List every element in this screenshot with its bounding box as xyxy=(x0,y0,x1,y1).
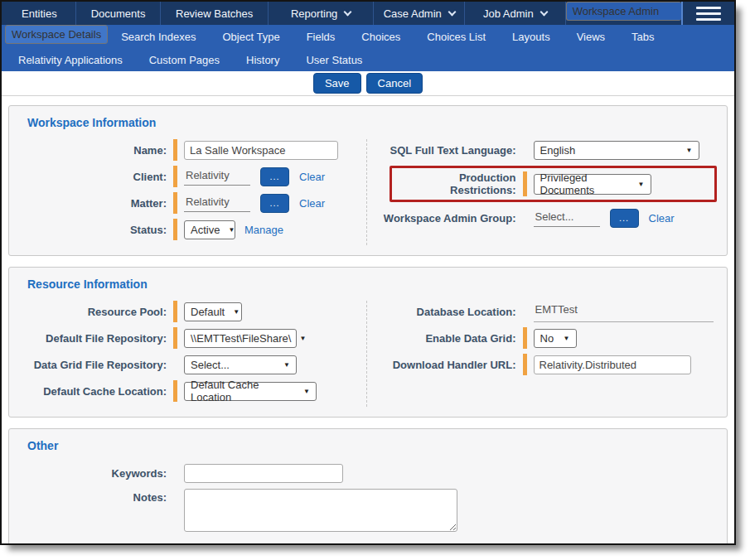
notes-field-row: Notes: xyxy=(19,489,717,532)
client-picker-button[interactable]: ... xyxy=(260,167,289,186)
spacer xyxy=(173,354,177,375)
tab-label: Reporting xyxy=(291,7,337,20)
save-button[interactable]: Save xyxy=(313,73,361,94)
subtab-layouts[interactable]: Layouts xyxy=(499,25,564,48)
hamburger-menu-icon[interactable] xyxy=(696,7,721,21)
form-content: Workspace Information Name: Client: Rela… xyxy=(2,96,734,545)
client-label: Client: xyxy=(19,171,170,183)
sql-language-value: English xyxy=(540,144,576,157)
subtab-workspace-details[interactable]: Workspace Details xyxy=(5,25,108,44)
tab-job-admin[interactable]: Job Admin xyxy=(465,2,566,25)
required-marker xyxy=(173,192,177,214)
subtab-tabs[interactable]: Tabs xyxy=(618,25,667,48)
resource-information-section: Resource Information Resource Pool: Defa… xyxy=(8,267,728,418)
required-marker xyxy=(173,219,177,240)
dropdown-arrow-icon: ▼ xyxy=(228,226,235,234)
workspace-admin-group-label: Workspace Admin Group: xyxy=(377,212,520,224)
tab-reporting[interactable]: Reporting xyxy=(269,2,375,25)
notes-textarea[interactable] xyxy=(184,489,457,532)
name-input[interactable] xyxy=(184,141,338,160)
menu-button-zone[interactable] xyxy=(681,2,734,25)
subtab-choices[interactable]: Choices xyxy=(348,25,414,48)
matter-label: Matter: xyxy=(19,197,170,210)
tab-workspace-admin[interactable]: Workspace Admin xyxy=(566,2,682,21)
workspace-admin-group-field-row: Workspace Admin Group: Select... ... Cle… xyxy=(377,207,718,229)
status-manage-link[interactable]: Manage xyxy=(244,224,283,236)
tab-label: Case Admin xyxy=(384,7,442,20)
production-restrictions-highlight: Production Restrictions: Privileged Docu… xyxy=(390,166,718,202)
default-cache-location-value: Default Cache Location xyxy=(191,379,295,403)
dropdown-arrow-icon: ▼ xyxy=(564,335,570,342)
resource-pool-value: Default xyxy=(191,306,225,318)
enable-data-grid-label: Enable Data Grid: xyxy=(377,332,520,345)
workspace-information-section: Workspace Information Name: Client: Rela… xyxy=(8,105,728,256)
keywords-input[interactable] xyxy=(184,464,343,483)
status-label: Status: xyxy=(19,224,170,236)
required-marker xyxy=(523,171,527,196)
keywords-label: Keywords: xyxy=(19,467,170,480)
resource-info-right-column: Database Location: EMTTest Enable Data G… xyxy=(367,301,718,407)
subtab-relativity-applications[interactable]: Relativity Applications xyxy=(5,48,136,71)
subtab-history[interactable]: History xyxy=(233,48,293,71)
default-file-repository-select[interactable]: \\EMTTest\FileShare\ ▼ xyxy=(184,329,297,348)
keywords-field-row: Keywords: xyxy=(19,462,717,484)
enable-data-grid-select[interactable]: No ▼ xyxy=(534,329,577,348)
download-handler-url-label: Download Handler URL: xyxy=(377,359,520,371)
subtab-search-indexes[interactable]: Search Indexes xyxy=(108,25,209,48)
chevron-down-icon xyxy=(540,7,548,16)
tab-entities[interactable]: Entities xyxy=(3,2,76,25)
workspace-admin-group-picker-button[interactable]: ... xyxy=(610,209,639,228)
subtab-user-status[interactable]: User Status xyxy=(293,48,375,71)
data-grid-file-repository-select[interactable]: Select... ▼ xyxy=(184,355,297,374)
name-field-row: Name: xyxy=(19,139,360,161)
chevron-down-icon xyxy=(344,7,352,16)
section-title: Resource Information xyxy=(27,278,717,291)
subtab-custom-pages[interactable]: Custom Pages xyxy=(136,48,233,71)
sql-language-select[interactable]: English ▼ xyxy=(534,141,699,160)
matter-picker-button[interactable]: ... xyxy=(260,194,289,213)
data-grid-file-repository-label: Data Grid File Repository: xyxy=(19,359,170,371)
database-location-field-row: Database Location: EMTTest xyxy=(377,301,718,322)
status-value: Active xyxy=(191,224,220,236)
matter-field-row: Matter: Relativity ... Clear xyxy=(19,192,360,214)
download-handler-url-input[interactable] xyxy=(534,355,691,374)
dropdown-arrow-icon: ▼ xyxy=(638,181,645,188)
matter-value: Relativity xyxy=(184,195,250,212)
workspace-admin-group-clear-link[interactable]: Clear xyxy=(649,212,675,224)
database-location-label: Database Location: xyxy=(377,306,520,318)
chevron-down-icon xyxy=(448,7,456,16)
status-select[interactable]: Active ▼ xyxy=(184,220,235,239)
spacer xyxy=(173,489,177,532)
tab-label: Entities xyxy=(22,7,57,20)
workspace-info-right-column: SQL Full Text Language: English ▼ Produc… xyxy=(367,139,718,245)
matter-clear-link[interactable]: Clear xyxy=(299,197,325,210)
subtab-views[interactable]: Views xyxy=(564,25,618,48)
production-restrictions-select[interactable]: Privileged Documents ▼ xyxy=(534,174,651,195)
notes-label: Notes: xyxy=(19,489,170,504)
subtab-choices-list[interactable]: Choices List xyxy=(414,25,499,48)
subtab-fields[interactable]: Fields xyxy=(293,25,349,48)
tab-review-batches[interactable]: Review Batches xyxy=(161,2,269,25)
download-handler-url-field-row: Download Handler URL: xyxy=(377,354,718,375)
default-cache-location-label: Default Cache Location: xyxy=(19,385,170,398)
section-title: Other xyxy=(27,439,717,452)
default-cache-location-select[interactable]: Default Cache Location ▼ xyxy=(184,382,317,401)
resource-pool-select[interactable]: Default ▼ xyxy=(184,302,242,321)
tab-documents[interactable]: Documents xyxy=(76,2,162,25)
tab-case-admin[interactable]: Case Admin xyxy=(374,2,465,25)
client-clear-link[interactable]: Clear xyxy=(299,171,325,183)
production-restrictions-value: Privileged Documents xyxy=(540,171,630,196)
client-field-row: Client: Relativity ... Clear xyxy=(19,166,360,187)
cancel-button[interactable]: Cancel xyxy=(366,73,423,94)
workspace-details-page: Entities Documents Review Batches Report… xyxy=(0,0,736,545)
default-file-repository-field-row: Default File Repository: \\EMTTest\FileS… xyxy=(19,327,360,349)
subtab-object-type[interactable]: Object Type xyxy=(209,25,293,48)
other-section: Other Keywords: Notes: xyxy=(8,428,728,545)
required-marker xyxy=(173,139,177,161)
spacer xyxy=(523,139,527,161)
spacer xyxy=(173,462,177,484)
dropdown-arrow-icon: ▼ xyxy=(283,361,290,369)
client-value: Relativity xyxy=(184,168,250,186)
default-file-repository-value: \\EMTTest\FileShare\ xyxy=(191,332,291,345)
required-marker xyxy=(523,354,527,375)
